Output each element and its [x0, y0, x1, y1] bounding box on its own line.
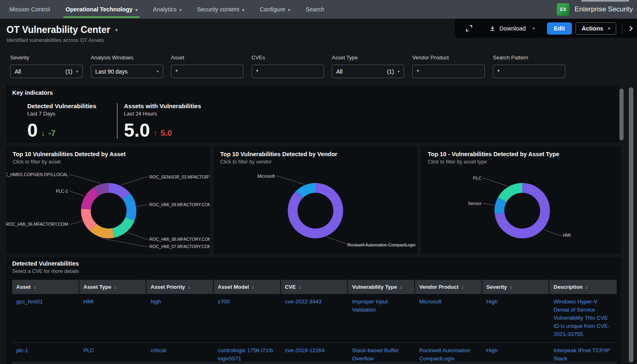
donut-slice[interactable] — [86, 192, 96, 209]
sort-icon: ↕ — [400, 285, 403, 290]
col-header-asset-priority[interactable]: Asset Priority↕ — [147, 280, 214, 294]
chart-subtitle: Click to filter by vendor — [220, 159, 417, 165]
cell-cve-link[interactable]: cve-2022-3443 — [281, 294, 348, 342]
label-leader-line — [69, 221, 82, 224]
cell-asset-model-link[interactable]: z700 — [214, 294, 281, 342]
page-scrollbar-thumb[interactable] — [629, 87, 633, 362]
vendor-product-input[interactable] — [412, 65, 485, 78]
sort-icon: ↕ — [33, 285, 36, 290]
cell-asset-model-link[interactable]: controllogix 1756-l71/b logix5571 — [214, 343, 281, 364]
donut-chart-by-vendor: Rockwell Automation CompactLogixMicrosof… — [214, 165, 417, 254]
horizontal-scrollbar-thumb[interactable] — [581, 0, 629, 2]
donut-slice-label: Rockwell Automation CompactLogix — [348, 242, 416, 247]
col-header-asset-type[interactable]: Asset Type↕ — [79, 280, 147, 294]
fullscreen-expand-icon[interactable] — [465, 24, 473, 32]
sort-icon: ↕ — [299, 285, 301, 290]
chevron-down-icon: ▾ — [288, 8, 290, 12]
filter-vendor-product: Vendor Product — [412, 54, 485, 78]
vulnerabilities-table: Asset↕ Asset Type↕ Asset Priority↕ Asset… — [12, 280, 617, 364]
donut-slice-label: ROC_HMI_06.MFACTORY.COM — [6, 222, 68, 227]
donut-slice[interactable] — [299, 188, 315, 194]
nav-analytics[interactable]: Analytics ▾ — [145, 0, 189, 19]
cell-severity-link[interactable]: High — [482, 343, 549, 364]
nav-search[interactable]: Search — [298, 0, 332, 19]
filter-analysis-windows: Analysis Windows Last 90 days ▾ — [91, 54, 163, 78]
title-dropdown-caret-icon[interactable]: ▾ — [115, 27, 118, 33]
cves-input[interactable] — [252, 65, 324, 78]
donut-slice[interactable] — [86, 209, 93, 227]
filter-label: Asset — [171, 54, 243, 61]
table-row: gcc_hmi01 HMI high z700 cve-2022-3443 Im… — [12, 294, 617, 342]
filter-label: CVEs — [252, 54, 324, 61]
kpi-trend-down-arrow-icon: ↓ — [41, 129, 45, 138]
col-header-vendor-product[interactable]: Vendor Product↕ — [415, 280, 482, 294]
actions-label: Actions — [582, 25, 603, 32]
collapse-panel-chevron-right-icon[interactable] — [627, 25, 635, 32]
donut-slice[interactable] — [499, 200, 502, 214]
kpi-value: 5.0 — [124, 122, 150, 139]
donut-slice-label: ROC_SENSOR_02.MFACTORY.COM — [149, 174, 210, 179]
nav-operational-technology[interactable]: Operational Technology ▾ — [58, 0, 145, 19]
asset-type-dropdown[interactable]: All (1) ▾ — [332, 65, 404, 78]
chart-panel-by-asset-type: Top 10 - Vulnerabilities Detected by Ass… — [421, 146, 621, 254]
donut-slice[interactable] — [109, 188, 127, 196]
cell-description-link[interactable]: Interpeak IPnet TCP/IP Stack — [549, 343, 617, 364]
col-header-description[interactable]: Description↕ — [549, 280, 617, 294]
enterprise-security-logo[interactable]: ES — [557, 3, 569, 16]
nav-label: Search — [306, 6, 324, 13]
cell-asset-type-link[interactable]: PLC — [79, 343, 147, 364]
col-header-asset[interactable]: Asset↕ — [12, 280, 79, 294]
cell-asset-priority-link[interactable]: critical — [147, 343, 214, 364]
donut-chart-by-asset: ROC_SENSOR_02.MFACTORY.COMROC_HMI_09.MFA… — [6, 165, 210, 254]
chart-subtitle: Click to filter by asset — [13, 159, 210, 165]
nav-security-content[interactable]: Security content ▾ — [189, 0, 252, 19]
cell-description-link[interactable]: Windows Hyper-V Denial of Service Vulner… — [549, 294, 617, 342]
cell-vendor-product-link[interactable]: Rockwell Automation CompactLogix — [415, 343, 482, 364]
cell-vulnerability-type-link[interactable]: Stack-based Buffer Overflow — [348, 343, 415, 364]
label-leader-line — [276, 176, 304, 184]
cell-vulnerability-type-link[interactable]: Improper Input Validation — [348, 294, 415, 342]
cell-severity-link[interactable]: High — [482, 294, 549, 342]
col-header-severity[interactable]: Severity↕ — [482, 280, 549, 294]
label-leader-line — [483, 179, 508, 186]
chevron-down-icon: ▾ — [179, 8, 182, 12]
nav-label: Analytics — [153, 6, 177, 13]
col-header-asset-model[interactable]: Asset Model↕ — [214, 280, 281, 294]
donut-slice[interactable] — [96, 188, 109, 192]
kpi-delta: 5.0 — [160, 129, 172, 138]
label-leader-line — [544, 229, 562, 235]
donut-slice[interactable] — [127, 196, 131, 219]
col-header-cve[interactable]: CVE↕ — [281, 280, 348, 294]
donut-slice[interactable] — [114, 219, 130, 233]
kpi-delta: -7 — [48, 129, 56, 138]
chevron-down-icon: ▾ — [157, 69, 159, 74]
download-button[interactable]: Download ▾ — [489, 25, 535, 32]
kpi-trend-up-arrow-icon: ↑ — [153, 129, 157, 138]
table-header-row: Asset↕ Asset Type↕ Asset Priority↕ Asset… — [12, 280, 617, 294]
nav-mission-control[interactable]: Mission Control — [2, 0, 58, 19]
severity-dropdown[interactable]: All (1) ▾ — [10, 65, 83, 78]
key-indicators-scrollbar-thumb[interactable] — [619, 89, 624, 140]
kpi-assets-with-vulnerabilities: Assets with Vulnerabilities Last 24 Hour… — [124, 102, 201, 139]
cell-asset-link[interactable]: gcc_hmi01 — [12, 294, 79, 342]
cell-cve-link[interactable]: cve-2019-12264 — [281, 343, 348, 364]
nav-label: Mission Control — [9, 6, 50, 13]
nav-configure[interactable]: Configure ▾ — [252, 0, 298, 19]
edit-button[interactable]: Edit — [547, 22, 572, 35]
col-header-vulnerability-type[interactable]: Vulnerability Type↕ — [348, 280, 415, 294]
donut-slice[interactable] — [93, 227, 114, 233]
search-pattern-input[interactable] — [493, 65, 565, 78]
chevron-down-icon: ▾ — [76, 69, 78, 74]
chart-title: Top 10 Vulnerabilities Detected by Vendo… — [220, 151, 417, 157]
cell-asset-link[interactable]: plc-1 — [12, 343, 79, 364]
donut-slice-label: Sensor — [468, 201, 482, 206]
analysis-windows-dropdown[interactable]: Last 90 days ▾ — [91, 65, 163, 78]
donut-slice[interactable] — [502, 188, 522, 200]
cell-asset-priority-link[interactable]: high — [147, 294, 214, 342]
actions-button[interactable]: Actions ▾ — [576, 22, 616, 35]
filter-label: Search Pattern — [493, 54, 565, 61]
asset-input[interactable] — [171, 65, 243, 78]
sort-icon: ↕ — [114, 285, 116, 290]
cell-asset-type-link[interactable]: HMI — [79, 294, 147, 342]
cell-vendor-product-link[interactable]: Microsoft — [415, 294, 482, 342]
